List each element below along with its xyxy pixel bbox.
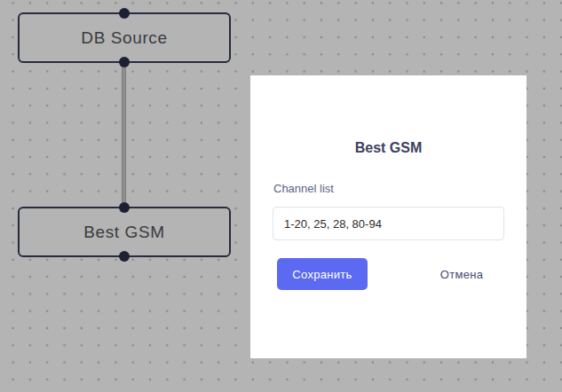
node-best-gsm[interactable]: Best GSM [18, 207, 231, 257]
node-settings-dialog: Best GSM Channel list Сохранить Отмена [250, 75, 526, 358]
cancel-button[interactable]: Отмена [417, 258, 506, 290]
flow-canvas[interactable]: DB Source Best GSM Best GSM Channel list… [0, 0, 562, 392]
channel-list-input[interactable] [273, 207, 504, 240]
edge-db-source-to-best-gsm[interactable] [122, 63, 126, 207]
save-button[interactable]: Сохранить [277, 258, 368, 290]
dialog-title: Best GSM [250, 140, 526, 156]
node-label: DB Source [81, 28, 167, 48]
node-label: Best GSM [83, 223, 164, 242]
connection-handle-top[interactable] [119, 202, 130, 213]
channel-list-label: Channel list [273, 182, 334, 195]
node-db-source[interactable]: DB Source [18, 12, 231, 63]
connection-handle-bottom[interactable] [119, 57, 130, 67]
connection-handle-top[interactable] [119, 8, 130, 19]
connection-handle-bottom[interactable] [119, 251, 130, 262]
